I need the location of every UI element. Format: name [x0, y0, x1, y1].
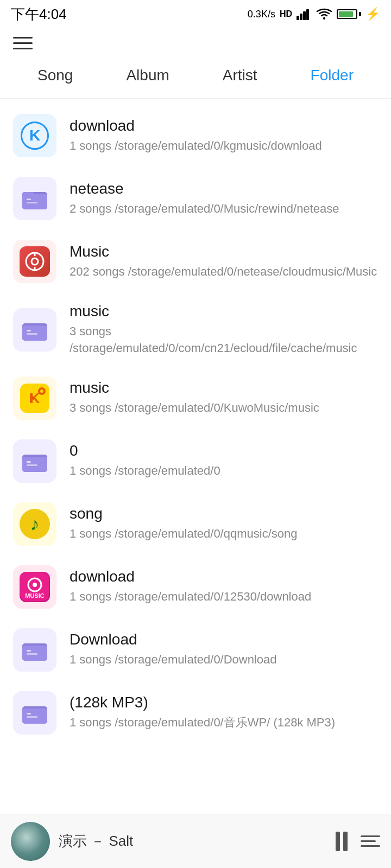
hamburger-line-3 — [13, 48, 33, 49]
svg-rect-8 — [27, 199, 31, 200]
folder-info: download 1 songs /storage/emulated/0/kgm… — [70, 117, 378, 155]
list-item[interactable]: netease 2 songs /storage/emulated/0/Musi… — [0, 167, 391, 230]
folder-icon-purple — [13, 691, 56, 735]
signal-icon — [297, 8, 312, 20]
folder-name: (128k MP3) — [70, 694, 378, 711]
folder-meta: 1 songs /storage/emulated/0 — [70, 463, 378, 480]
folder-name: music — [70, 379, 378, 397]
pause-bar-right — [343, 832, 348, 851]
qqmusic-logo: ♪ — [20, 509, 50, 539]
pause-button[interactable] — [336, 832, 348, 851]
folder-info: Music 202 songs /storage/emulated/0/nete… — [70, 243, 378, 280]
svg-rect-24 — [27, 461, 31, 463]
hamburger-line-1 — [13, 37, 33, 39]
folder-name: song — [70, 505, 378, 522]
folder-svg-icon — [21, 187, 48, 210]
kuwo-logo: K — [18, 382, 51, 414]
bottom-player: 演示 － Salt — [0, 814, 391, 868]
hamburger-line-2 — [13, 42, 33, 44]
folder-name: Music — [70, 243, 378, 260]
folder-name: netease — [70, 180, 378, 197]
svg-point-11 — [31, 258, 38, 265]
svg-rect-17 — [27, 333, 37, 335]
charging-icon: ⚡ — [365, 7, 380, 21]
playlist-icon — [361, 835, 380, 847]
folder-name: Download — [70, 631, 378, 648]
svg-rect-37 — [27, 716, 37, 718]
svg-rect-2 — [303, 11, 306, 20]
folder-svg-icon — [21, 449, 48, 473]
svg-rect-33 — [27, 653, 37, 655]
tab-album[interactable]: Album — [117, 63, 178, 87]
svg-rect-1 — [300, 14, 302, 20]
player-title: 演示 － Salt — [59, 832, 327, 851]
folder-meta: 1 songs /storage/emulated/0/Download — [70, 652, 378, 668]
status-icons: 0.3K/s HD ⚡ — [248, 7, 380, 21]
network-speed: 0.3K/s — [248, 9, 275, 20]
folder-meta: 1 songs /storage/emulated/0/音乐WP/ (128k … — [70, 714, 378, 731]
svg-rect-16 — [27, 330, 31, 331]
tabs-bar: Song Album Artist Folder — [0, 58, 391, 99]
folder-svg-icon — [21, 318, 48, 342]
kugou-logo: K — [21, 122, 49, 150]
svg-rect-9 — [27, 202, 37, 203]
list-item[interactable]: Download 1 songs /storage/emulated/0/Dow… — [0, 618, 391, 681]
folder-icon-purple — [13, 308, 56, 352]
svg-point-28 — [33, 583, 37, 587]
menu-bar — [0, 28, 391, 58]
folder-name: music — [70, 303, 378, 320]
tab-artist[interactable]: Artist — [214, 63, 266, 87]
folder-name: download — [70, 568, 378, 585]
folder-meta: 1 songs /storage/emulated/0/12530/downlo… — [70, 589, 378, 605]
folder-info: netease 2 songs /storage/emulated/0/Musi… — [70, 180, 378, 218]
list-item[interactable]: music 3 songs /storage/emulated/0/com/cn… — [0, 293, 391, 367]
svg-rect-0 — [297, 16, 299, 20]
list-item[interactable]: ♪ song 1 songs /storage/emulated/0/qqmus… — [0, 493, 391, 556]
folder-info: song 1 songs /storage/emulated/0/qqmusic… — [70, 505, 378, 542]
list-line-2 — [361, 840, 376, 842]
folder-meta: 3 songs /storage/emulated/0/com/cn21/ecl… — [70, 323, 378, 357]
playlist-button[interactable] — [361, 835, 380, 847]
folder-svg-icon — [21, 638, 48, 662]
list-item[interactable]: MUSIC download 1 songs /storage/emulated… — [0, 556, 391, 618]
svg-point-21 — [40, 390, 43, 393]
hifive-logo: MUSIC — [20, 572, 50, 602]
hamburger-menu[interactable] — [13, 37, 33, 49]
player-controls — [336, 832, 380, 851]
folder-icon-kuwo: K — [13, 376, 56, 420]
folder-icon-kugou: K — [13, 114, 56, 157]
wifi-icon — [316, 8, 332, 20]
hd-icon: HD — [280, 9, 292, 19]
svg-rect-3 — [306, 9, 309, 20]
folder-svg-icon — [21, 701, 48, 725]
folder-icon-purple — [13, 177, 56, 220]
player-avatar[interactable] — [11, 822, 50, 861]
tab-folder[interactable]: Folder — [302, 63, 362, 87]
folder-info: 0 1 songs /storage/emulated/0 — [70, 442, 378, 480]
folder-meta: 2 songs /storage/emulated/0/Music/rewind… — [70, 201, 378, 218]
pause-icon — [336, 832, 348, 851]
folder-info: music 3 songs /storage/emulated/0/KuwoMu… — [70, 379, 378, 417]
netease-logo — [20, 246, 50, 277]
svg-rect-36 — [27, 713, 31, 714]
battery-icon — [337, 9, 361, 19]
list-item[interactable]: Music 202 songs /storage/emulated/0/nete… — [0, 230, 391, 293]
tab-song[interactable]: Song — [29, 63, 81, 87]
folder-meta: 202 songs /storage/emulated/0/netease/cl… — [70, 264, 378, 280]
svg-rect-25 — [27, 464, 37, 466]
list-item[interactable]: K download 1 songs /storage/emulated/0/k… — [0, 104, 391, 167]
svg-text:MUSIC: MUSIC — [25, 592, 45, 599]
folder-name: download — [70, 117, 378, 135]
folder-icon-qqmusic: ♪ — [13, 502, 56, 546]
folder-meta: 1 songs /storage/emulated/0/kgmusic/down… — [70, 138, 378, 155]
list-item[interactable]: 0 1 songs /storage/emulated/0 — [0, 430, 391, 493]
list-item[interactable]: K music 3 songs /storage/emulated/0/Kuwo… — [0, 367, 391, 430]
folder-meta: 3 songs /storage/emulated/0/KuwoMusic/mu… — [70, 400, 378, 417]
folder-info: download 1 songs /storage/emulated/0/125… — [70, 568, 378, 605]
folder-icon-netease — [13, 240, 56, 283]
svg-rect-32 — [27, 650, 31, 652]
folder-icon-hifive: MUSIC — [13, 565, 56, 609]
list-item[interactable]: (128k MP3) 1 songs /storage/emulated/0/音… — [0, 681, 391, 744]
pause-bar-left — [336, 832, 340, 851]
folder-info: music 3 songs /storage/emulated/0/com/cn… — [70, 303, 378, 357]
